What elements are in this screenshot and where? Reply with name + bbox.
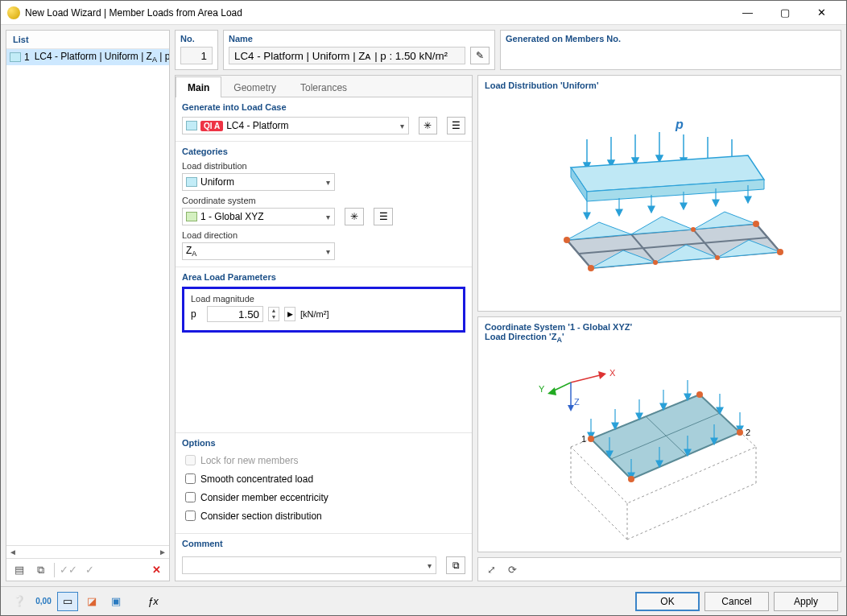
- cs-label: Coordinate system: [182, 196, 465, 205]
- ok-button[interactable]: OK: [635, 592, 700, 611]
- options-group: Options Lock for new members Smooth conc…: [176, 433, 472, 533]
- svg-text:2: 2: [746, 428, 750, 437]
- tab-geometry[interactable]: Geometry: [221, 76, 288, 97]
- list-scrollbar[interactable]: ◄►: [6, 545, 169, 558]
- comment-combo[interactable]: ▾: [182, 556, 436, 574]
- view-mode-3[interactable]: ▣: [105, 592, 126, 611]
- copy-item-button[interactable]: ⧉: [31, 561, 50, 579]
- view-mode-2[interactable]: ◪: [81, 592, 102, 611]
- check2-button[interactable]: ✓: [80, 561, 99, 579]
- sect-checkbox[interactable]: [185, 511, 196, 521]
- lock-checkbox: [185, 455, 196, 465]
- area-load-params-title: Area Load Parameters: [182, 272, 465, 282]
- dist-preview-title: Load Distribution 'Uniform': [478, 76, 841, 92]
- list-swatch-icon: [10, 52, 21, 62]
- list-item[interactable]: 1 LC4 - Platform | Uniform | ZA | p :: [6, 49, 169, 65]
- option-lock: Lock for new members: [182, 453, 465, 468]
- option-section[interactable]: Consider section distribution: [182, 508, 465, 523]
- list-body[interactable]: 1 LC4 - Platform | Uniform | ZA | p :: [6, 49, 169, 545]
- svg-point-42: [564, 237, 570, 243]
- list-header: List: [6, 31, 169, 49]
- generated-panel: Generated on Members No.: [500, 30, 841, 70]
- apply-button[interactable]: Apply: [774, 592, 838, 611]
- check-button[interactable]: ✓✓: [59, 561, 78, 579]
- magnitude-input[interactable]: [207, 306, 263, 322]
- view-mode-1[interactable]: ▭: [57, 592, 78, 611]
- minimize-button[interactable]: —: [729, 2, 766, 24]
- distribution-combo[interactable]: Uniform ▾: [182, 173, 335, 191]
- comment-title: Comment: [176, 534, 472, 548]
- direction-value: ZA: [186, 245, 196, 258]
- svg-marker-29: [745, 196, 751, 203]
- svg-line-63: [627, 483, 756, 540]
- script-button[interactable]: ƒx: [143, 592, 163, 611]
- tab-main[interactable]: Main: [176, 76, 221, 97]
- dist-label: Load distribution: [182, 161, 465, 171]
- list-item-number: 1: [24, 52, 30, 63]
- generate-load-case-group: Generate into Load Case QI A LC4 - Platf…: [176, 97, 472, 141]
- comment-group: Comment ▾ ⧉: [176, 534, 472, 581]
- svg-line-62: [571, 483, 627, 540]
- chevron-down-icon: ▾: [428, 561, 432, 570]
- svg-marker-56: [568, 405, 574, 411]
- no-input[interactable]: [180, 47, 213, 64]
- area-load-params-group: Area Load Parameters Load magnitude p ▲▼…: [176, 267, 472, 432]
- chevron-down-icon: ▾: [400, 122, 404, 130]
- svg-point-92: [696, 391, 703, 398]
- maximize-button[interactable]: ▢: [766, 2, 803, 24]
- cancel-button[interactable]: Cancel: [704, 592, 769, 611]
- coord-system-combo[interactable]: 1 - Global XYZ ▾: [182, 208, 335, 225]
- dir-label: Load direction: [182, 230, 465, 240]
- generate-load-case-title: Generate into Load Case: [182, 102, 465, 112]
- new-load-case-button[interactable]: ✳: [419, 117, 437, 134]
- coord-diagram: X Y Z: [514, 358, 804, 544]
- ecc-checkbox[interactable]: [185, 492, 196, 502]
- preview-toolbar: ⤢ ⟳: [477, 557, 841, 581]
- list-toolbar: ▤ ⧉ ✓✓ ✓ ✕: [6, 558, 169, 581]
- svg-point-93: [737, 429, 743, 436]
- close-button[interactable]: ✕: [804, 2, 840, 24]
- preview-tool-2[interactable]: ⟳: [502, 560, 522, 578]
- chevron-down-icon: ▾: [326, 247, 330, 256]
- svg-marker-50: [598, 371, 606, 379]
- main-area: No. Name ✎ Generated on Members No.: [175, 30, 841, 581]
- new-cs-button[interactable]: ✳: [345, 208, 364, 225]
- svg-point-45: [777, 249, 783, 255]
- delete-item-button[interactable]: ✕: [147, 561, 166, 579]
- svg-text:Y: Y: [539, 384, 545, 394]
- option-eccentricity[interactable]: Consider member eccentricity: [182, 490, 465, 505]
- tab-tolerances[interactable]: Tolerances: [288, 76, 359, 97]
- option-smooth[interactable]: Smooth concentrated load: [182, 471, 465, 486]
- magnitude-label: Load magnitude: [191, 294, 457, 304]
- name-panel: Name ✎: [223, 30, 495, 70]
- footer: ❔ 0,00 ▭ ◪ ▣ ƒx OK Cancel Apply: [1, 586, 846, 615]
- options-title: Options: [182, 438, 465, 448]
- direction-combo[interactable]: ZA ▾: [182, 242, 335, 260]
- smooth-checkbox[interactable]: [185, 473, 196, 484]
- name-input[interactable]: [229, 47, 465, 64]
- svg-marker-25: [680, 203, 687, 209]
- preview-tool-1[interactable]: ⤢: [481, 560, 501, 578]
- categories-title: Categories: [182, 147, 465, 156]
- titlebar: New Load Wizard | Member Loads from Area…: [1, 1, 846, 25]
- magnitude-unit: [kN/m²]: [300, 309, 328, 319]
- edit-name-button[interactable]: ✎: [470, 47, 490, 64]
- comment-button[interactable]: ⧉: [446, 556, 465, 574]
- new-item-button[interactable]: ▤: [10, 561, 29, 579]
- svg-point-46: [691, 227, 696, 232]
- generated-label: Generated on Members No.: [501, 31, 841, 45]
- load-case-combo[interactable]: QI A LC4 - Platform ▾: [182, 117, 409, 134]
- svg-marker-53: [547, 387, 556, 395]
- distribution-diagram: p: [514, 111, 804, 288]
- units-button[interactable]: 0,00: [33, 592, 54, 611]
- library-button[interactable]: ☰: [447, 117, 465, 134]
- svg-marker-23: [648, 206, 655, 213]
- list-panel: List 1 LC4 - Platform | Uniform | ZA | p…: [6, 30, 170, 581]
- coord-preview: Coordinate System '1 - Global XYZ' Load …: [477, 316, 841, 553]
- magnitude-menu-button[interactable]: ▶: [284, 307, 295, 321]
- help-button[interactable]: ❔: [9, 592, 30, 611]
- svg-point-91: [588, 436, 594, 442]
- magnitude-stepper[interactable]: ▲▼: [268, 307, 279, 321]
- cs-library-button[interactable]: ☰: [374, 208, 393, 225]
- svg-text:Z: Z: [574, 397, 580, 407]
